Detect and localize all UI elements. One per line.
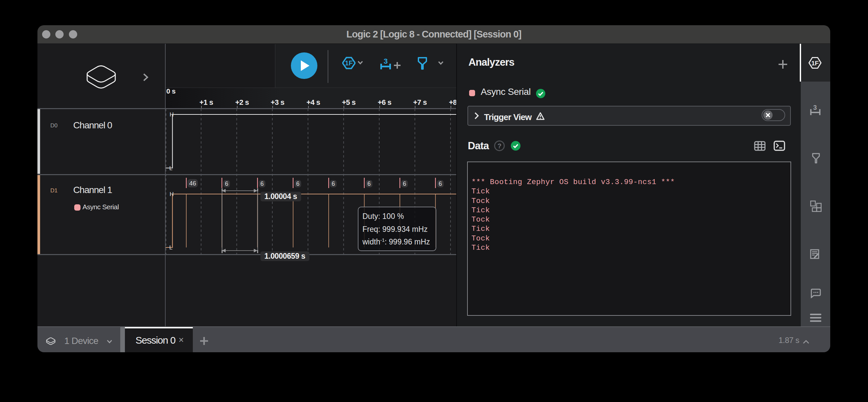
svg-text:3: 3 xyxy=(384,57,388,65)
svg-text:L: L xyxy=(169,245,172,251)
svg-text:H: H xyxy=(169,191,174,197)
svg-text:?: ? xyxy=(497,142,501,150)
svg-text:H: H xyxy=(169,111,174,118)
svg-text:1F: 1F xyxy=(811,60,819,67)
svg-text:1F: 1F xyxy=(345,59,352,67)
svg-text:3: 3 xyxy=(813,105,817,111)
svg-text:L: L xyxy=(169,165,172,171)
